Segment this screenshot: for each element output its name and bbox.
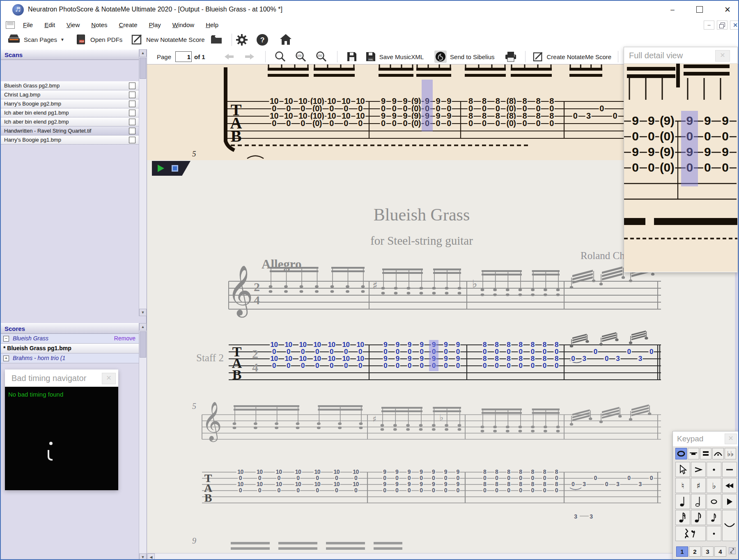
zoom-100-icon[interactable]: 100 (295, 51, 307, 62)
scan-list-item[interactable]: Ich aber bin elend pg2.bmp (1, 117, 139, 126)
scan-checkbox[interactable] (129, 92, 135, 98)
keypad-header[interactable]: Keypad ✕ (673, 431, 739, 446)
bad-timing-header[interactable]: Bad timing navigator ✕ (5, 370, 118, 387)
zoom-200-icon[interactable]: 200 (316, 51, 327, 62)
mdi-close-button[interactable]: ✕ (730, 21, 739, 30)
scan-checkbox[interactable] (129, 137, 135, 143)
next-page-icon[interactable] (244, 53, 255, 61)
menu-file[interactable]: File (23, 19, 33, 31)
scan-checkbox[interactable] (129, 101, 135, 107)
keypad-cursor-button[interactable] (675, 462, 690, 477)
scan-checkbox[interactable] (129, 110, 135, 116)
menu-notes[interactable]: Notes (91, 19, 107, 31)
home-button[interactable] (279, 33, 292, 47)
keypad-rests-button[interactable] (675, 526, 706, 541)
menu-edit[interactable]: Edit (44, 19, 55, 31)
menu-create[interactable]: Create (119, 19, 138, 31)
open-folder-button[interactable] (210, 34, 223, 46)
scan-list-item[interactable]: Harry's Boogie pg2.bmp (1, 99, 139, 108)
save-icon[interactable] (347, 51, 357, 62)
collapse-icon[interactable]: − (3, 336, 9, 342)
scan-checkbox[interactable] (129, 128, 135, 134)
scan-checkbox[interactable] (129, 119, 135, 125)
scores-scrollbar-thumb[interactable] (140, 331, 146, 358)
scan-list-item[interactable]: Handwritten - Ravel String Quartet.tif (1, 126, 139, 135)
keypad-staccato-button[interactable] (707, 462, 721, 477)
keypad-page-3[interactable]: 3 (702, 546, 714, 557)
send-to-sibelius-button[interactable]: Send to Sibelius (434, 50, 494, 63)
keypad-accent-button[interactable] (691, 462, 706, 477)
keypad-dot-button[interactable] (707, 526, 721, 541)
stop-icon[interactable] (171, 164, 179, 172)
menu-view[interactable]: View (67, 19, 80, 31)
scroll-down-icon[interactable]: ▼ (139, 553, 147, 560)
keypad-flat-button[interactable]: ♭ (707, 478, 721, 493)
menu-window[interactable]: Window (172, 19, 194, 31)
zoom-icon[interactable] (275, 51, 286, 62)
full-detail-header[interactable]: Full detail view ✕ (624, 47, 737, 64)
home-icon (279, 33, 292, 46)
print-icon[interactable] (505, 51, 517, 62)
keypad-rewind-button[interactable] (722, 478, 737, 493)
maximize-button[interactable] (691, 5, 709, 16)
keypad-quarter-note-button[interactable] (675, 494, 690, 509)
mdi-minimize-button[interactable]: ‒ (704, 21, 714, 30)
keypad-natural-button[interactable]: ♮ (675, 478, 690, 493)
keypad-page-1[interactable]: 1 (676, 546, 688, 557)
scan-checkbox[interactable] (129, 83, 135, 89)
menu-play[interactable]: Play (149, 19, 161, 31)
keypad-half-note-button[interactable] (691, 494, 706, 509)
keypad-whole-note-button[interactable] (707, 494, 721, 509)
scroll-left-icon[interactable]: ◀ (147, 553, 155, 560)
keypad-tab-rests[interactable] (688, 448, 699, 459)
keypad-eighth-note-button[interactable] (691, 510, 706, 525)
keypad-page-4[interactable]: 4 (714, 546, 726, 557)
mdi-restore-button[interactable] (717, 21, 728, 30)
save-musicxml-button[interactable]: XML Save MusicXML (365, 51, 424, 62)
scan-list-item[interactable]: Harry's Boogie pg1.bmp (1, 135, 139, 145)
keypad-eighth-note-small-button[interactable] (707, 510, 721, 525)
scan-list-item[interactable]: Christ Lag.bmp (1, 90, 139, 99)
menu-help[interactable]: Help (206, 19, 218, 31)
keypad-tab-fermata[interactable] (712, 448, 724, 459)
settings-button[interactable] (236, 34, 248, 48)
scan-list-item[interactable]: Blueish Grass pg2.bmp (1, 81, 139, 90)
score-item-page1[interactable]: * Blueish Grass pg1.bmp (1, 344, 139, 353)
close-icon[interactable]: ✕ (725, 434, 737, 444)
expand-icon[interactable]: + (3, 356, 9, 361)
play-icon[interactable] (156, 164, 165, 173)
previous-page-icon[interactable] (224, 53, 235, 61)
horizontal-scrollbar[interactable]: ◀ (147, 553, 739, 560)
keypad-resize-grip[interactable] (729, 547, 736, 554)
keypad-tie-button[interactable] (722, 510, 737, 541)
create-notateme-button[interactable]: Create NotateMe Score (533, 51, 612, 62)
remove-link[interactable]: Remove (114, 334, 135, 343)
scroll-up-icon[interactable]: ▲ (139, 49, 147, 57)
keypad-tab-whole-note[interactable] (675, 448, 687, 459)
help-button[interactable]: ? (256, 34, 269, 48)
scans-scrollbar-thumb[interactable] (140, 57, 146, 79)
new-notateme-button[interactable]: New NotateMe Score (131, 34, 205, 45)
keypad-tab-barlines[interactable] (700, 448, 711, 459)
close-button[interactable]: ✕ (718, 5, 737, 16)
minimize-button[interactable]: ‒ (663, 5, 682, 16)
keypad-sixteenth-note-button[interactable] (675, 510, 690, 525)
scan-pages-button[interactable]: Scan Pages ▼ (7, 34, 64, 45)
scroll-down-icon[interactable]: ▼ (139, 309, 147, 316)
scans-scrollbar[interactable]: ▲ ▼ (139, 49, 147, 316)
score-item-blueish-grass[interactable]: − Blueish Grass Remove (1, 334, 139, 344)
score-item-brahms[interactable]: + Brahms - horn trio (1 (1, 353, 139, 363)
scores-scrollbar[interactable]: ▲ ▼ (139, 323, 147, 560)
keypad-sharp-button[interactable]: ♯ (691, 478, 706, 493)
page-number-input[interactable] (175, 51, 192, 62)
close-icon[interactable]: ✕ (102, 373, 116, 384)
keypad-tenuto-button[interactable] (722, 462, 737, 477)
keypad-tab-accidentals[interactable]: ♭♭ (725, 448, 736, 459)
keypad-panel: Keypad ✕ (672, 431, 739, 560)
scan-list-item[interactable]: Ich aber bin elend pg1.bmp (1, 108, 139, 117)
scroll-up-icon[interactable]: ▲ (139, 323, 147, 330)
open-pdfs-button[interactable]: PDF Open PDFs (76, 34, 122, 45)
keypad-page-2[interactable]: 2 (689, 546, 701, 557)
keypad-play-button[interactable] (722, 494, 737, 509)
close-icon[interactable]: ✕ (715, 50, 730, 62)
